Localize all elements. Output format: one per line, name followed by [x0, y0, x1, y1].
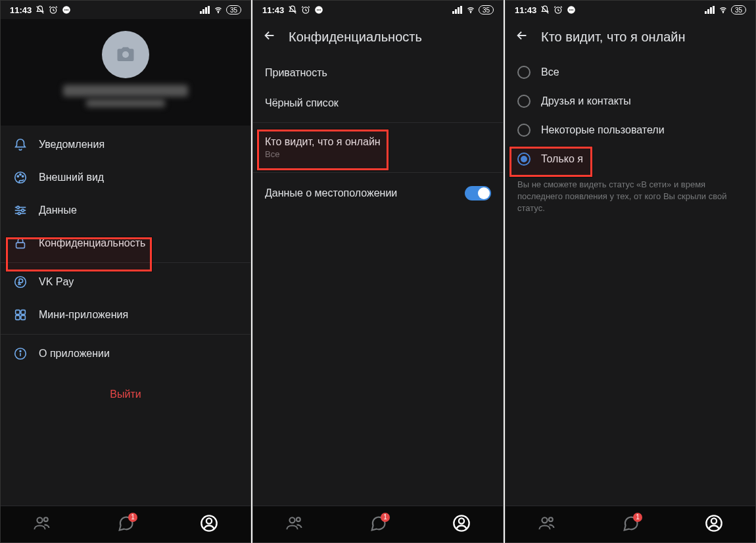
mute-icon: [35, 5, 45, 14]
row-location[interactable]: Данные о местоположении: [253, 177, 503, 210]
nav-profile[interactable]: [452, 514, 471, 535]
svg-rect-24: [16, 310, 20, 314]
menu-appearance-label: Внешний вид: [39, 172, 104, 183]
status-bar: 11:43 35: [506, 1, 755, 19]
bottom-nav: 1: [1, 506, 250, 542]
back-button[interactable]: [515, 28, 529, 46]
nav-profile[interactable]: [200, 514, 218, 535]
signal-icon: [705, 6, 715, 14]
menu-about[interactable]: О приложении: [1, 337, 250, 370]
alarm-icon: [301, 5, 310, 14]
battery-indicator: 35: [226, 5, 241, 14]
option-some-users[interactable]: Некоторые пользователи: [506, 116, 755, 145]
battery-indicator: 35: [731, 5, 746, 14]
svg-rect-9: [208, 6, 210, 14]
arrow-left-icon: [515, 28, 529, 43]
radio-icon: [517, 124, 531, 137]
svg-rect-41: [452, 11, 454, 14]
nav-contacts[interactable]: [33, 514, 51, 535]
signal-icon: [200, 6, 210, 14]
nav-chats[interactable]: 1: [116, 514, 135, 535]
profile-icon: [452, 514, 471, 532]
svg-point-13: [17, 176, 18, 177]
option-friends[interactable]: Друзья и контакты: [506, 87, 755, 116]
svg-point-32: [44, 517, 48, 521]
status-bar: 11:43 35: [253, 1, 503, 19]
svg-point-46: [290, 517, 295, 523]
svg-point-47: [296, 517, 300, 521]
location-toggle[interactable]: [465, 186, 491, 201]
row-blacklist[interactable]: Чёрный список: [253, 88, 503, 118]
nav-chats[interactable]: 1: [621, 514, 640, 535]
svg-point-5: [68, 9, 69, 11]
svg-point-10: [218, 12, 218, 13]
divider: [253, 172, 503, 173]
menu-privacy[interactable]: Конфиденциальность: [1, 227, 250, 260]
nav-profile[interactable]: [705, 514, 723, 535]
svg-point-23: [15, 277, 26, 288]
svg-rect-56: [705, 11, 707, 14]
svg-point-34: [206, 518, 212, 523]
lock-icon: [13, 236, 28, 250]
nav-contacts[interactable]: [538, 514, 556, 535]
divider: [1, 262, 250, 263]
avatar[interactable]: [102, 31, 149, 78]
row-online-visibility-value: Все: [265, 149, 491, 159]
ruble-icon: [13, 275, 28, 289]
profile-sub-blurred: [86, 99, 165, 107]
menu-notifications-label: Уведомления: [39, 139, 105, 151]
grid-icon: [13, 308, 28, 322]
menu-vkpay[interactable]: VK Pay: [1, 266, 250, 298]
alarm-icon: [49, 5, 58, 14]
svg-point-14: [20, 174, 21, 175]
svg-rect-44: [460, 6, 462, 14]
wifi-icon: [718, 6, 728, 14]
profile-icon: [705, 514, 723, 532]
menu-miniapps[interactable]: Мини-приложения: [1, 298, 250, 331]
row-online-visibility[interactable]: Кто видит, что я онлайн Все: [253, 127, 503, 168]
menu-appearance[interactable]: Внешний вид: [1, 161, 250, 194]
bell-icon: [13, 137, 28, 152]
logout-button[interactable]: Выйти: [1, 373, 250, 416]
nav-contacts[interactable]: [285, 514, 304, 535]
chat-badge: 1: [633, 513, 642, 522]
palette-icon: [13, 170, 28, 185]
menu-vkpay-label: VK Pay: [39, 276, 74, 288]
svg-rect-7: [202, 9, 204, 14]
svg-rect-6: [200, 11, 202, 14]
menu-privacy-label: Конфиденциальность: [39, 237, 145, 249]
mute-icon: [288, 5, 297, 14]
svg-point-64: [711, 518, 717, 523]
status-bar: 11:43 35: [1, 1, 250, 19]
svg-point-39: [318, 9, 319, 11]
svg-point-20: [22, 209, 24, 212]
svg-rect-27: [21, 316, 25, 319]
back-button[interactable]: [262, 28, 277, 46]
chat-badge: 1: [128, 513, 137, 522]
privacy-content: Приватность Чёрный список Кто видит, что…: [253, 58, 503, 506]
signal-icon: [452, 6, 463, 14]
option-only-me[interactable]: Только я: [506, 145, 755, 174]
contacts-icon: [285, 514, 304, 532]
bottom-nav: 1: [253, 506, 503, 542]
radio-icon: [517, 95, 531, 108]
battery-indicator: 35: [479, 5, 494, 14]
svg-rect-58: [710, 7, 712, 14]
bottom-nav: 1: [506, 506, 755, 542]
nav-chats[interactable]: 1: [369, 514, 387, 535]
menu-notifications[interactable]: Уведомления: [1, 128, 250, 161]
radio-icon: [517, 66, 531, 79]
chat-badge: 1: [381, 513, 390, 522]
svg-point-31: [37, 517, 43, 523]
svg-point-11: [122, 51, 129, 58]
profile-header[interactable]: [1, 19, 250, 126]
chat-status-icon: [314, 5, 323, 14]
svg-point-49: [459, 518, 464, 523]
option-all[interactable]: Все: [506, 58, 755, 87]
row-privacy[interactable]: Приватность: [253, 58, 503, 88]
svg-point-15: [22, 176, 24, 177]
menu-data[interactable]: Данные: [1, 194, 250, 227]
svg-point-53: [569, 9, 571, 11]
wifi-icon: [213, 6, 224, 14]
status-time: 11:43: [10, 5, 32, 15]
